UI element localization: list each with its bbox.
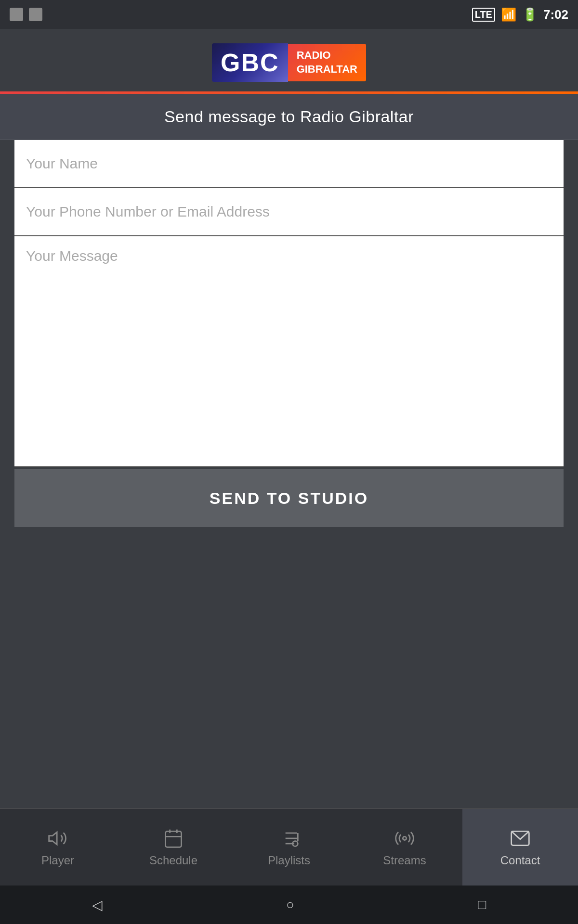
svg-rect-1 <box>166 831 182 847</box>
logo-area: GBC RADIO GIBRALTAR <box>0 29 578 91</box>
logo-gbc-text: GBC <box>212 43 288 82</box>
nav-item-player[interactable]: Player <box>0 809 116 886</box>
nav-label-player: Player <box>41 854 74 867</box>
signal-icon: 📶 <box>501 7 516 22</box>
lte-icon: LTE <box>472 8 495 22</box>
playlist-icon <box>278 828 300 849</box>
nav-label-contact: Contact <box>500 854 540 867</box>
message-input[interactable] <box>14 236 564 467</box>
status-bar-right: LTE 📶 🔋 7:02 <box>472 7 568 22</box>
form-area: SEND TO STUDIO <box>0 140 578 527</box>
recent-button[interactable]: □ <box>478 897 486 912</box>
section-header: Send message to Radio Gibraltar <box>0 94 578 140</box>
status-bar-left <box>10 8 42 21</box>
calendar-icon <box>163 828 184 849</box>
envelope-icon <box>510 828 531 849</box>
system-nav: ◁ ○ □ <box>0 886 578 924</box>
logo-radio-text: RADIO GIBRALTAR <box>288 44 366 81</box>
speaker-icon <box>47 828 68 849</box>
svg-point-15 <box>403 836 406 840</box>
bottom-nav: Player Schedule Playlists <box>0 808 578 886</box>
nav-item-contact[interactable]: Contact <box>462 809 578 886</box>
notification-icon-1 <box>10 8 23 21</box>
back-button[interactable]: ◁ <box>92 897 103 913</box>
content-spacer <box>0 527 578 808</box>
nav-label-streams: Streams <box>383 854 426 867</box>
status-bar: LTE 📶 🔋 7:02 <box>0 0 578 29</box>
home-button[interactable]: ○ <box>286 897 294 912</box>
time-display: 7:02 <box>543 7 568 22</box>
contact-input[interactable] <box>14 188 564 236</box>
radio-icon <box>394 828 415 849</box>
notification-icon-2 <box>29 8 42 21</box>
logo-container: GBC RADIO GIBRALTAR <box>212 43 366 82</box>
nav-item-streams[interactable]: Streams <box>347 809 462 886</box>
nav-item-playlists[interactable]: Playlists <box>231 809 347 886</box>
name-input[interactable] <box>14 140 564 188</box>
section-header-text: Send message to Radio Gibraltar <box>164 107 414 126</box>
battery-icon: 🔋 <box>522 7 538 22</box>
svg-marker-0 <box>49 832 57 845</box>
send-to-studio-button[interactable]: SEND TO STUDIO <box>14 469 564 527</box>
nav-item-schedule[interactable]: Schedule <box>116 809 231 886</box>
nav-label-schedule: Schedule <box>149 854 197 867</box>
nav-label-playlists: Playlists <box>268 854 310 867</box>
